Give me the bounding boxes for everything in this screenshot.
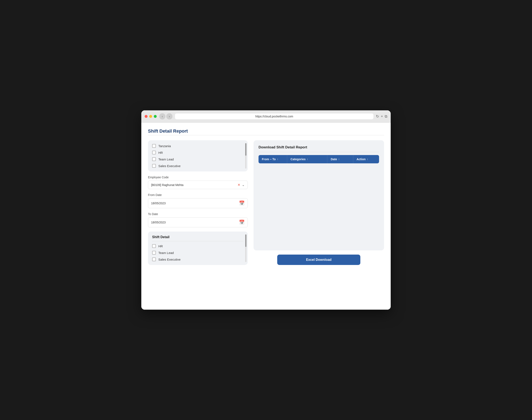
windows-icon[interactable]: ⧉ (385, 114, 387, 119)
checkbox-shift-team-lead[interactable] (152, 251, 156, 255)
forward-button[interactable]: › (166, 113, 173, 120)
traffic-lights (145, 115, 157, 118)
checkbox-tanzania[interactable] (152, 144, 156, 148)
shift-scrollbar-track (245, 234, 247, 262)
label-shift-hr: HR (158, 244, 163, 248)
from-date-value: 18/05/2023 (151, 202, 166, 205)
page-title: Shift Detail Report (148, 128, 384, 134)
checkbox-shift-sales-exec[interactable] (152, 257, 156, 261)
list-item: HR (152, 151, 240, 154)
th-categories[interactable]: Categories ↕ (287, 155, 327, 163)
employee-code-group: Employee Code [B0109] Raghunat Mehta ✕ ⌄ (148, 176, 248, 189)
checkbox-sales-executive[interactable] (152, 164, 156, 168)
title-divider (148, 135, 384, 135)
employee-code-icons: ✕ ⌄ (237, 183, 245, 187)
list-item: HR (152, 244, 240, 248)
shift-scrollbar-thumb[interactable] (245, 234, 247, 247)
shift-detail-card: Shift Detail HR Team Lead Sales Execu (148, 231, 248, 265)
refresh-icon[interactable]: ↻ (376, 114, 379, 119)
minimize-traffic-light[interactable] (149, 115, 152, 118)
employee-code-input[interactable]: [B0109] Raghunat Mehta ✕ ⌄ (148, 180, 248, 189)
chevron-down-icon[interactable]: ⌄ (242, 183, 245, 187)
table-empty-area (259, 163, 379, 226)
label-team-lead: Team Lead (158, 158, 174, 161)
scrollbar-track (245, 143, 247, 168)
shift-detail-title: Shift Detail (152, 235, 244, 241)
table-header: From – To ↕ Categories ↕ Date ↕ Action (259, 155, 379, 163)
from-date-label: From Date (148, 193, 248, 196)
th-action[interactable]: Action ↕ (353, 155, 379, 163)
right-panel: Download Shift Detail Report From – To ↕… (253, 140, 384, 265)
list-item: Tanzania (152, 144, 240, 148)
label-shift-team-lead: Team Lead (158, 251, 174, 255)
bottom-area: Excel Download (253, 255, 384, 265)
browser-window: ‹ › https://cloud.pockethrms.com ↻ + ⧉ S… (141, 110, 391, 310)
browser-actions: ↻ + ⧉ (376, 114, 387, 119)
sort-icon-action: ↕ (367, 158, 368, 161)
to-date-label: To Date (148, 212, 248, 216)
checkbox-team-lead[interactable] (152, 157, 156, 161)
url-text: https://cloud.pockethrms.com (255, 115, 293, 118)
th-from-to-label: From – To (262, 158, 276, 161)
checkbox-shift-hr[interactable] (152, 244, 156, 248)
sort-icon-from-to: ↕ (277, 158, 278, 161)
new-tab-icon[interactable]: + (381, 114, 383, 119)
address-bar[interactable]: https://cloud.pockethrms.com (175, 113, 373, 119)
employee-code-value: [B0109] Raghunat Mehta (151, 183, 183, 187)
download-card: Download Shift Detail Report From – To ↕… (253, 140, 384, 250)
from-date-group: From Date 18/05/2023 📅 (148, 193, 248, 208)
checkbox-hr[interactable] (152, 151, 156, 154)
label-tanzania: Tanzania (158, 144, 171, 148)
th-from-to[interactable]: From – To ↕ (259, 155, 287, 163)
left-panel: Tanzania HR Team Lead Sales Executi (148, 140, 248, 265)
list-item: Team Lead (152, 157, 240, 161)
scrollbar-thumb[interactable] (245, 143, 247, 156)
sort-icon-categories: ↕ (307, 158, 308, 161)
back-button[interactable]: ‹ (159, 113, 165, 120)
th-action-label: Action (357, 158, 366, 161)
maximize-traffic-light[interactable] (154, 115, 157, 118)
main-layout: Tanzania HR Team Lead Sales Executi (148, 140, 384, 265)
th-date[interactable]: Date ↕ (327, 155, 353, 163)
label-hr: HR (158, 151, 163, 154)
to-date-input[interactable]: 18/05/2023 📅 (148, 217, 248, 227)
clear-icon[interactable]: ✕ (237, 183, 240, 187)
close-traffic-light[interactable] (145, 115, 148, 118)
calendar-icon-to[interactable]: 📅 (239, 220, 245, 225)
nav-buttons: ‹ › (159, 113, 173, 120)
from-date-input[interactable]: 18/05/2023 📅 (148, 198, 248, 208)
department-checkbox-card: Tanzania HR Team Lead Sales Executi (148, 140, 248, 171)
employee-code-label: Employee Code (148, 176, 248, 179)
sort-icon-date: ↕ (338, 158, 340, 161)
calendar-icon[interactable]: 📅 (239, 201, 245, 206)
to-date-value: 18/05/2023 (151, 221, 166, 224)
list-item: Sales Executive (152, 257, 240, 261)
label-sales-executive: Sales Executive (158, 164, 181, 168)
excel-download-button[interactable]: Excel Download (277, 255, 360, 265)
browser-chrome: ‹ › https://cloud.pockethrms.com ↻ + ⧉ (141, 110, 391, 123)
shift-detail-list: HR Team Lead Sales Executive (152, 244, 244, 261)
list-item: Team Lead (152, 251, 240, 255)
to-date-group: To Date 18/05/2023 📅 (148, 212, 248, 227)
department-list: Tanzania HR Team Lead Sales Executi (152, 144, 244, 168)
download-title: Download Shift Detail Report (259, 145, 379, 152)
th-date-label: Date (331, 158, 337, 161)
list-item: Sales Executive (152, 164, 240, 168)
label-shift-sales-exec: Sales Executive (158, 258, 181, 261)
th-categories-label: Categories (291, 158, 306, 161)
page-content: Shift Detail Report Tanzania HR (141, 123, 391, 310)
